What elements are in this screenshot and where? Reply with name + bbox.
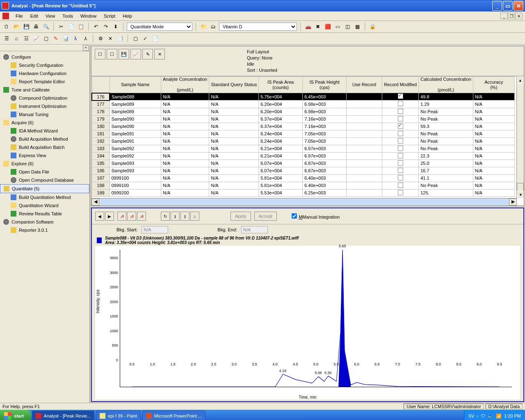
- chromatogram-chart[interactable]: Intensity, cps Time, min 050010001500200…: [95, 246, 520, 399]
- peak1-icon[interactable]: ⩘: [117, 212, 126, 221]
- sidebar-item-companion-software[interactable]: Companion Software: [0, 218, 89, 226]
- sidebar-item-build-acquisition-method[interactable]: Build Acquisition Method: [0, 135, 89, 143]
- bkg-end-input[interactable]: [241, 226, 268, 233]
- pane-btn3-icon[interactable]: 💾: [119, 49, 129, 59]
- revert-icon[interactable]: ↻: [161, 212, 170, 221]
- zoom1-icon[interactable]: ⫿: [171, 212, 180, 221]
- results-table[interactable]: Sample NameAnalyte Concentration(pmol/L)…: [91, 76, 515, 197]
- sidebar-item-quantitate-5-[interactable]: Quantitate (5): [0, 184, 89, 193]
- preview-icon[interactable]: 🔍: [42, 23, 50, 31]
- pane-btn6-icon[interactable]: ✕: [154, 49, 165, 59]
- sb-btn12-icon[interactable]: 📑: [116, 34, 124, 43]
- undo-icon[interactable]: ↶: [92, 23, 100, 31]
- sidebar-item-security-configuration[interactable]: Security Configuration: [0, 61, 89, 69]
- sidebar-item-build-quantitation-method[interactable]: Build Quantitation Method: [0, 193, 89, 201]
- table-row[interactable]: 186Sample093N/AN/A6.07e+0046.87e+00316.7…: [92, 167, 514, 174]
- sb-btn6-icon[interactable]: ✎: [52, 34, 60, 43]
- menu-window[interactable]: Window: [77, 13, 100, 19]
- taskbar-task-powerpoint[interactable]: Microsoft PowerPoint ...: [142, 411, 205, 420]
- table-row[interactable]: 180Sample090N/AN/A6.37e+0047.16e+00359.3…: [92, 123, 514, 130]
- mdi-restore-button[interactable]: ❐: [508, 13, 515, 19]
- sidebar-item-explore-6-[interactable]: Explore (6): [0, 160, 89, 168]
- sb-btn13-icon[interactable]: ▢: [131, 34, 139, 43]
- accept-button[interactable]: Accept: [254, 212, 277, 221]
- sidebar-item-tune-and-calibrate[interactable]: Tune and Calibrate: [0, 86, 89, 94]
- menu-help[interactable]: Help: [119, 13, 135, 19]
- sb-btn5-icon[interactable]: ▢: [42, 34, 50, 43]
- col-header[interactable]: Record Modified: [382, 77, 419, 93]
- record-modified-checkbox[interactable]: [398, 94, 403, 99]
- record-modified-checkbox[interactable]: [398, 190, 403, 195]
- zoom2-icon[interactable]: ⫿: [180, 212, 189, 221]
- bkg-start-input[interactable]: [142, 226, 168, 233]
- sidebar-item-hardware-configuration[interactable]: Hardware Configuration: [0, 69, 89, 78]
- sidebar-item-manual-tuning[interactable]: Manual Tuning: [0, 110, 89, 119]
- manual-integration-checkbox[interactable]: MManual Integration: [292, 213, 340, 219]
- peak2-icon[interactable]: ⩘: [127, 212, 136, 221]
- record-modified-checkbox[interactable]: [398, 175, 403, 180]
- tool3-icon[interactable]: 🟥: [324, 23, 332, 31]
- tool4-icon[interactable]: ▭: [333, 23, 342, 31]
- menu-edit[interactable]: Edit: [27, 13, 41, 19]
- mdi-minimize-button[interactable]: _: [500, 13, 508, 19]
- sb-btn4-icon[interactable]: 📈: [32, 34, 40, 43]
- window-minimize-button[interactable]: _: [492, 1, 502, 11]
- sb-btn11-icon[interactable]: ✕: [106, 34, 114, 43]
- table-row[interactable]: 181Sample091N/AN/A6.24e+0047.05e+003No P…: [92, 130, 514, 137]
- open-icon[interactable]: 📂: [12, 23, 21, 31]
- tray-volume-icon[interactable]: 🔈: [488, 413, 493, 419]
- sb-btn7-icon[interactable]: 📊: [62, 34, 70, 43]
- tool6-icon[interactable]: ▦: [353, 23, 361, 31]
- tool1-icon[interactable]: 🚗: [304, 23, 312, 31]
- sb-btn2-icon[interactable]: ⌂: [12, 34, 21, 43]
- tray-chevron-icon[interactable]: ‹: [477, 413, 478, 418]
- col-header[interactable]: Standard Query Status: [209, 77, 259, 93]
- record-modified-checkbox[interactable]: [398, 168, 403, 173]
- table-row[interactable]: 182Sample091N/AN/A6.24e+0047.05e+003No P…: [92, 137, 514, 145]
- record-modified-checkbox[interactable]: [398, 131, 403, 136]
- window-close-button[interactable]: ✕: [514, 1, 523, 11]
- tool5-icon[interactable]: ◫: [343, 23, 352, 31]
- col-header[interactable]: IS Peak Area(counts): [259, 77, 303, 93]
- table-row[interactable]: 1890999200N/AN/A5.53e+0046.25e+003125.N/…: [92, 189, 514, 196]
- table-row[interactable]: 177Sample089N/AN/A6.20e+0046.98e+0031.29…: [92, 100, 514, 108]
- pane-btn4-icon[interactable]: 📈: [130, 49, 141, 59]
- folder-new-icon[interactable]: 📁: [199, 23, 208, 31]
- table-row[interactable]: 183Sample092N/AN/A6.21e+0046.97e+003No P…: [92, 145, 514, 152]
- tray-clock[interactable]: 1:20 PM: [504, 413, 521, 418]
- record-modified-checkbox[interactable]: [398, 123, 403, 129]
- record-modified-checkbox[interactable]: [398, 109, 403, 114]
- home-icon[interactable]: ⌂: [190, 212, 199, 221]
- taskbar-task-paint[interactable]: epi f 39 - Paint: [96, 411, 141, 420]
- scroll-up-button[interactable]: ▲: [517, 76, 524, 84]
- cut-icon[interactable]: ✂: [57, 23, 65, 31]
- sidebar-item-instrument-optimization[interactable]: Instrument Optimization: [0, 102, 89, 110]
- record-modified-checkbox[interactable]: [398, 116, 403, 121]
- col-header[interactable]: Sample Name: [110, 77, 161, 93]
- lock-icon[interactable]: 🔒: [368, 23, 377, 31]
- prev-peak-button[interactable]: ◀: [95, 212, 104, 221]
- print-icon[interactable]: 🖶: [32, 23, 40, 31]
- sidebar-item-quantitation-wizard[interactable]: Quantitation Wizard: [0, 201, 89, 210]
- table-row[interactable]: 185Sample093N/AN/A6.07e+0046.87e+00325.0…: [92, 160, 514, 167]
- table-row[interactable]: 176Sample088N/AN/A5.75e+0046.45e+00349.8…: [92, 93, 514, 100]
- pane-btn1-icon[interactable]: ☐: [95, 49, 105, 59]
- sidebar-item-open-compound-database[interactable]: Open Compound Database: [0, 176, 89, 184]
- record-modified-checkbox[interactable]: [398, 101, 403, 106]
- tray-lang[interactable]: SV: [468, 413, 475, 418]
- redo-icon[interactable]: ↷: [102, 23, 110, 31]
- taskbar-task-analyst[interactable]: Analyst - [Peak Revie...: [32, 411, 94, 420]
- sidebar-item-compound-optimization[interactable]: Compound Optimization: [0, 94, 89, 102]
- sb-btn15-icon[interactable]: 📄: [151, 34, 159, 43]
- menu-tools[interactable]: Tools: [59, 13, 76, 19]
- copy-icon[interactable]: 📄: [67, 23, 75, 31]
- mode-select[interactable]: Quantitate Mode: [127, 23, 192, 31]
- record-modified-checkbox[interactable]: [398, 160, 403, 166]
- table-row[interactable]: 1880999100N/AN/A5.81e+0046.40e+003No Pea…: [92, 182, 514, 189]
- scroll-left-button[interactable]: ◀: [91, 199, 99, 205]
- table-row[interactable]: 184Sample092N/AN/A6.21e+0046.97e+00322.3…: [92, 152, 514, 160]
- sb-btn3-icon[interactable]: ☳: [22, 34, 30, 43]
- system-tray[interactable]: SV ‹ 🛡 🔈 📶 1:20 PM: [464, 410, 525, 420]
- tray-net-icon[interactable]: 📶: [496, 413, 502, 419]
- tray-shield-icon[interactable]: 🛡: [481, 413, 485, 418]
